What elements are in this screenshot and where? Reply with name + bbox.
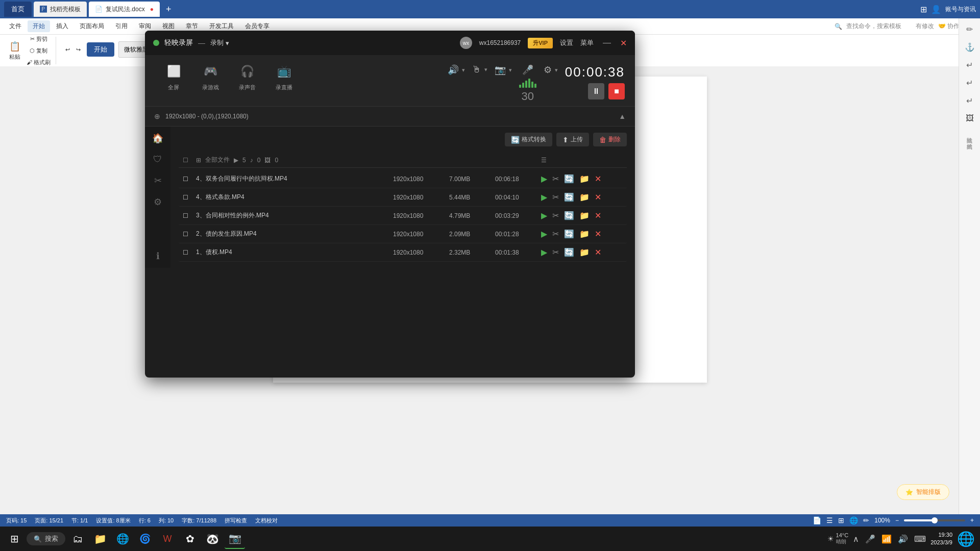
app3-button[interactable]: 🐼 [202, 529, 223, 549]
settings-icon[interactable]: ⚙ [544, 64, 552, 76]
delete-icon-4[interactable]: ✕ [595, 247, 601, 257]
tray-keyboard-icon[interactable]: ⌨ [913, 534, 927, 544]
clock[interactable]: 19:30 2023/3/9 [930, 531, 952, 547]
nav-scissors-icon[interactable]: ✂ [154, 175, 162, 186]
edit-icon-0[interactable]: ✂ [552, 174, 559, 184]
add-tab-button[interactable]: + [162, 4, 176, 15]
play-icon-4[interactable]: ▶ [541, 247, 547, 257]
tray-mic-icon[interactable]: 🎤 [864, 534, 877, 544]
delete-icon-3[interactable]: ✕ [595, 229, 601, 239]
mode-livestream[interactable]: 📺 录直播 [265, 62, 302, 91]
play-icon-2[interactable]: ▶ [541, 211, 547, 220]
sidebar-return1-icon[interactable]: ↵ [964, 58, 975, 72]
upload-button[interactable]: ⬆ 上传 [556, 133, 589, 146]
taskbar-search[interactable]: 🔍 搜索 [27, 532, 65, 545]
edit-icon-1[interactable]: ✂ [552, 192, 559, 202]
folder-open-icon-4[interactable]: 📁 [579, 247, 590, 257]
smart-layout-button[interactable]: ⭐ 智能排版 [897, 484, 949, 500]
menu-reference[interactable]: 引用 [110, 20, 133, 32]
tray-volume-icon[interactable]: 🔊 [896, 534, 910, 544]
nav-shield-icon[interactable]: 🛡 [153, 154, 162, 165]
copy-button[interactable]: ⬡ 复制 [24, 46, 53, 56]
edit-icon-2[interactable]: ✂ [552, 211, 559, 220]
tray-wifi-icon[interactable]: 📶 [880, 534, 893, 544]
zoom-minus[interactable]: − [895, 517, 899, 524]
sidebar-photo-icon[interactable]: 🖼 [964, 112, 976, 125]
file-checkbox-1[interactable]: ☐ [183, 194, 191, 201]
recording-mode-label[interactable]: 录制 ▾ [210, 38, 229, 47]
file-checkbox-2[interactable]: ☐ [183, 212, 191, 219]
mode-game[interactable]: 🎮 录游戏 [192, 62, 229, 91]
pause-button[interactable]: ⏸ [588, 83, 604, 99]
start-button[interactable]: ⊞ [4, 529, 24, 549]
rec-menu-button[interactable]: 菜单 [580, 38, 594, 47]
delete-icon-2[interactable]: ✕ [595, 211, 601, 220]
nav-home-icon[interactable]: 🏠 [152, 133, 163, 144]
delete-button[interactable]: 🗑 删除 [593, 133, 627, 146]
zoom-plus[interactable]: + [970, 517, 974, 524]
file-explorer-button[interactable]: 📁 [90, 529, 110, 549]
header-checkbox[interactable]: ☐ [183, 157, 191, 164]
tab-doc[interactable]: 📄 复试民法.docx ● [89, 2, 160, 17]
list-icon[interactable]: ☰ [541, 157, 547, 164]
rec-close-button[interactable]: ✕ [620, 38, 627, 48]
menu-start[interactable]: 开始 [28, 20, 50, 32]
speaker-icon[interactable]: 🔊 [448, 64, 459, 76]
app1-button[interactable]: 🌀 [135, 529, 155, 549]
redo-button[interactable]: ↪ [74, 45, 83, 54]
rec-vip-button[interactable]: 升VIP [528, 38, 553, 48]
edge-button[interactable]: 🌐 [112, 529, 133, 549]
delete-icon-1[interactable]: ✕ [595, 192, 601, 202]
file-checkbox-0[interactable]: ☐ [183, 176, 191, 183]
undo-button[interactable]: ↩ [63, 45, 72, 54]
menu-page-layout[interactable]: 页面布局 [75, 20, 109, 32]
taskview-button[interactable]: 🗂 [67, 529, 88, 549]
play-icon-0[interactable]: ▶ [541, 174, 547, 184]
folder-open-icon-1[interactable]: 📁 [579, 192, 590, 202]
view-icon[interactable]: 📄 [813, 516, 821, 524]
folder-open-icon-3[interactable]: 📁 [579, 229, 590, 239]
stop-button[interactable]: ■ [608, 83, 625, 99]
layout-icon[interactable]: ⊞ [920, 5, 927, 14]
sidebar-return2-icon[interactable]: ↵ [964, 76, 975, 90]
edit-icon-4[interactable]: ✂ [552, 247, 559, 257]
camera-icon[interactable]: 📷 [495, 64, 506, 76]
delete-icon-0[interactable]: ✕ [595, 174, 601, 184]
sidebar-tool1-icon[interactable]: ⚓ [963, 40, 977, 54]
menu-file[interactable]: 文件 [4, 20, 27, 32]
refresh-icon-3[interactable]: 🔄 [564, 229, 574, 239]
play-icon-3[interactable]: ▶ [541, 229, 547, 239]
sidebar-return3-icon[interactable]: ↵ [964, 94, 975, 108]
rec-minimize-button[interactable]: — [601, 38, 613, 47]
app2-button[interactable]: ✿ [180, 529, 200, 549]
start-btn[interactable]: 开始 [85, 41, 116, 58]
sidebar-pencil-icon[interactable]: ✏ [964, 22, 975, 36]
mouse-icon[interactable]: 🖱 [472, 64, 481, 75]
nav-settings-icon[interactable]: ⚙ [154, 196, 162, 208]
edit-mode-icon[interactable]: ✏ [863, 516, 869, 524]
mic-icon[interactable]: 🎤 [522, 64, 533, 76]
folder-open-icon-0[interactable]: 📁 [579, 174, 590, 184]
file-checkbox-4[interactable]: ☐ [183, 249, 191, 256]
menu-insert[interactable]: 插入 [51, 20, 74, 32]
web-icon[interactable]: 🌐 [849, 516, 858, 524]
zoom-slider[interactable] [904, 519, 965, 521]
multi-page-icon[interactable]: ⊞ [838, 516, 844, 524]
wps-button[interactable]: W [157, 529, 178, 549]
edit-icon-3[interactable]: ✂ [552, 229, 559, 239]
account-icon[interactable]: 👤 [931, 5, 941, 14]
play-icon-1[interactable]: ▶ [541, 192, 547, 202]
refresh-icon-0[interactable]: 🔄 [564, 174, 574, 184]
mode-audio[interactable]: 🎧 录声音 [229, 62, 265, 91]
tray-expand-icon[interactable]: ∧ [851, 534, 861, 544]
refresh-icon-4[interactable]: 🔄 [564, 247, 574, 257]
cut-button[interactable]: ✂ 剪切 [24, 35, 53, 44]
format-painter-button[interactable]: 🖌 格式刷 [24, 58, 53, 67]
recorder-button[interactable]: 📷 [225, 529, 245, 549]
file-checkbox-3[interactable]: ☐ [183, 231, 191, 238]
resolution-arrow[interactable]: ▲ [619, 112, 626, 120]
format-convert-button[interactable]: 🔄 格式转换 [505, 133, 552, 146]
rec-settings-button[interactable]: 设置 [560, 38, 573, 47]
paste-button[interactable]: 📋 粘贴 [7, 40, 22, 62]
tab-template[interactable]: 🅿 找稻壳模板 [34, 2, 87, 17]
